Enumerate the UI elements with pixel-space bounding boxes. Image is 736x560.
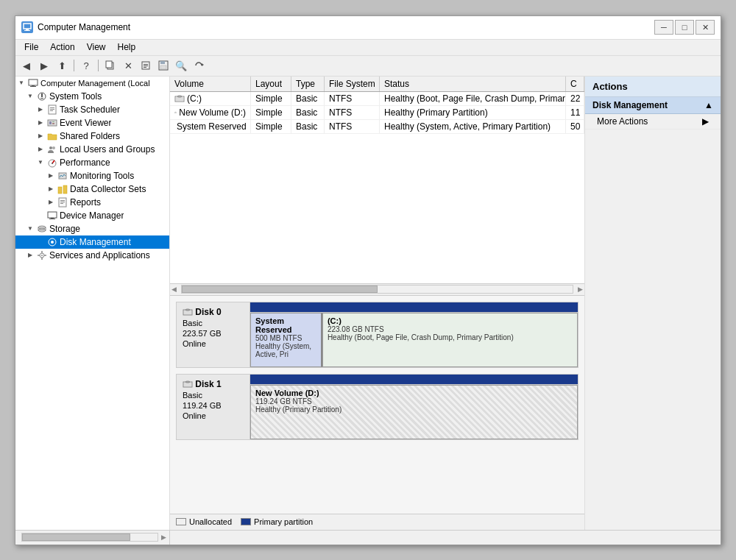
sidebar-item-task-scheduler[interactable]: ▶ Task Scheduler <box>15 103 169 116</box>
sidebar-item-event-viewer[interactable]: ▶ Event Viewer <box>15 116 169 130</box>
scroll-right-btn[interactable]: ▶ <box>576 286 584 293</box>
help-toolbar-button[interactable]: ? <box>78 57 94 74</box>
col-capacity[interactable]: C <box>566 77 584 91</box>
partition-d[interactable]: New Volume (D:) 119.24 GB NTFS Healthy (… <box>250 385 578 439</box>
reports-icon <box>57 196 68 208</box>
svg-point-27 <box>49 146 52 149</box>
disk-0-row: Disk 0 Basic 223.57 GB Online Sy <box>176 302 578 368</box>
svg-point-28 <box>52 146 55 149</box>
disk-1-info: Disk 1 Basic 119.24 GB Online <box>177 375 250 439</box>
storage-icon <box>36 223 48 235</box>
legend-primary-box <box>241 518 251 525</box>
svg-rect-34 <box>63 185 67 194</box>
expand-icon[interactable]: ▼ <box>17 79 26 88</box>
close-button[interactable]: ✕ <box>696 20 715 35</box>
menu-bar: File Action View Help <box>15 40 721 56</box>
sidebar-item-performance[interactable]: ▼ Performance <box>15 156 169 169</box>
table-scrollbar[interactable]: ◀ ▶ <box>170 283 584 295</box>
expand-storage[interactable]: ▼ <box>26 224 35 233</box>
col-layout[interactable]: Layout <box>251 77 291 91</box>
local-users-icon <box>46 143 58 155</box>
window-title: Computer Management <box>38 22 654 32</box>
copy-button[interactable] <box>102 57 118 74</box>
col-type[interactable]: Type <box>291 77 325 91</box>
sidebar-item-storage[interactable]: ▼ Storage <box>15 222 169 235</box>
col-volume[interactable]: Volume <box>170 77 251 91</box>
sidebar-item-services[interactable]: ▶ Services and Applications <box>15 249 169 262</box>
svg-point-48 <box>41 255 43 256</box>
scroll-left-btn[interactable]: ◀ <box>170 286 178 293</box>
toolbar-sep-1 <box>74 60 74 71</box>
sidebar-item-disk-management[interactable]: ▶ Disk Management <box>15 235 169 249</box>
disk-0-status: Online <box>183 339 244 348</box>
minimize-button[interactable]: ─ <box>654 20 673 35</box>
expand-data-collector[interactable]: ▶ <box>46 185 55 194</box>
expand-monitoring-tools[interactable]: ▶ <box>46 171 55 180</box>
expand-performance[interactable]: ▼ <box>36 158 45 167</box>
sidebar-scrollbar-thumb[interactable] <box>22 534 130 541</box>
sidebar-item-local-users[interactable]: ▶ Local Users and Groups <box>15 143 169 156</box>
svg-rect-57 <box>174 112 176 113</box>
sidebar-item-monitoring-tools[interactable]: ▶ Monitoring Tools <box>15 169 169 182</box>
legend-unallocated: Unallocated <box>176 517 232 526</box>
content-area: Volume Layout Type File System Status C … <box>170 77 584 530</box>
table-row[interactable]: (C:) Simple Basic NTFS Healthy (Boot, Pa… <box>170 92 584 106</box>
table-row[interactable]: System Reserved Simple Basic NTFS Health… <box>170 120 584 134</box>
h-scrollbar-track[interactable] <box>181 285 573 294</box>
expand-system-tools[interactable]: ▼ <box>26 92 35 101</box>
svg-rect-36 <box>60 200 65 201</box>
partition-system-reserved[interactable]: System Reserved 500 MB NTFS Healthy (Sys… <box>250 313 322 367</box>
table-header: Volume Layout Type File System Status C <box>170 77 584 92</box>
svg-rect-63 <box>184 311 191 314</box>
svg-rect-13 <box>29 79 38 85</box>
shared-folders-icon <box>46 130 58 142</box>
sidebar-item-shared-folders[interactable]: ▶ Shared Folders <box>15 130 169 143</box>
sidebar-label-local-users: Local Users and Groups <box>60 144 155 155</box>
svg-rect-6 <box>144 64 148 65</box>
expand-event-viewer[interactable]: ▶ <box>36 118 45 127</box>
table-row[interactable]: New Volume (D:) Simple Basic NTFS Health… <box>170 106 584 120</box>
expand-reports[interactable]: ▶ <box>46 198 55 207</box>
cell-layout-d: Simple <box>251 106 291 119</box>
sidebar-item-system-tools[interactable]: ▼ System Tools <box>15 90 169 103</box>
cell-cap-c: 22 <box>566 92 584 105</box>
h-scrollbar-thumb[interactable] <box>182 286 378 293</box>
col-status[interactable]: Status <box>380 77 566 91</box>
expand-local-users[interactable]: ▶ <box>36 145 45 154</box>
title-bar: Computer Management ─ □ ✕ <box>15 16 721 40</box>
menu-help[interactable]: Help <box>112 40 142 54</box>
back-button[interactable]: ◀ <box>18 57 35 74</box>
partition-c-size: 223.08 GB NTFS <box>328 325 573 333</box>
menu-action[interactable]: Action <box>44 40 80 54</box>
refresh-button[interactable] <box>191 57 207 74</box>
expand-services[interactable]: ▶ <box>26 251 35 260</box>
save-button[interactable] <box>155 57 171 74</box>
svg-point-31 <box>52 163 53 164</box>
disk-management-icon <box>46 236 58 248</box>
delete-button[interactable]: ✕ <box>120 57 136 74</box>
menu-file[interactable]: File <box>18 40 44 54</box>
sidebar-item-reports[interactable]: ▶ Reports <box>15 196 169 209</box>
svg-rect-11 <box>160 65 166 69</box>
forward-button[interactable]: ▶ <box>36 57 52 74</box>
sidebar-item-data-collector[interactable]: ▶ Data Collector Sets <box>15 182 169 196</box>
sidebar-item-computer-management[interactable]: ▼ Computer Management (Local <box>15 77 169 90</box>
maximize-button[interactable]: □ <box>675 20 694 35</box>
sidebar-scrollbar[interactable] <box>21 533 158 542</box>
search-button[interactable]: 🔍 <box>173 57 189 74</box>
expand-shared-folders[interactable]: ▶ <box>36 132 45 141</box>
actions-disk-management-section[interactable]: Disk Management ▲ <box>585 97 721 114</box>
actions-more-actions[interactable]: More Actions ▶ <box>585 114 721 130</box>
svg-rect-2 <box>24 30 30 31</box>
expand-task-scheduler[interactable]: ▶ <box>36 105 45 114</box>
svg-rect-41 <box>49 219 55 219</box>
actions-panel: Actions Disk Management ▲ More Actions ▶ <box>584 77 721 530</box>
partition-c[interactable]: (C:) 223.08 GB NTFS Healthy (Boot, Page … <box>322 313 578 367</box>
properties-button[interactable] <box>138 57 154 74</box>
menu-view[interactable]: View <box>81 40 112 54</box>
col-filesystem[interactable]: File System <box>325 77 380 91</box>
scroll-arrow-right[interactable]: ▶ <box>161 534 166 541</box>
sidebar-item-device-manager[interactable]: ▶ Device Manager <box>15 209 169 222</box>
up-button[interactable]: ⬆ <box>54 57 70 74</box>
cell-volume-sr: System Reserved <box>170 120 251 133</box>
